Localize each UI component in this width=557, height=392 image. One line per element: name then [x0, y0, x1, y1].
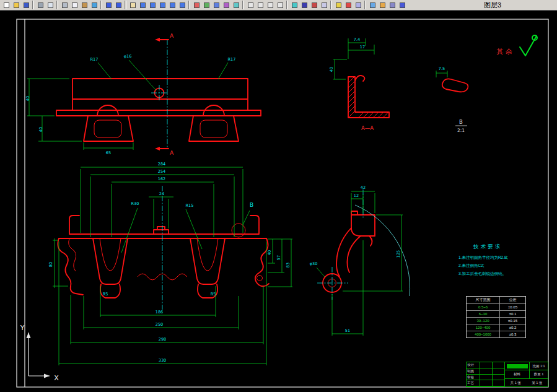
right-lug-slot: [200, 120, 227, 137]
title-block-label: 工艺: [467, 380, 480, 386]
dim-text: B: [250, 202, 253, 208]
osnap-icon[interactable]: [378, 1, 387, 9]
open-icon[interactable]: [12, 1, 21, 9]
linetype-icon[interactable]: [354, 1, 363, 9]
dim-text: 2:1: [457, 128, 465, 133]
move-icon[interactable]: [202, 1, 211, 9]
polyline-icon[interactable]: [256, 1, 265, 9]
sheet-total: 共 1 张: [511, 381, 521, 385]
part-name-cell: [505, 362, 530, 370]
section-dim-lines: [333, 38, 374, 79]
print-icon[interactable]: [36, 1, 45, 9]
dim-text: 254: [158, 169, 165, 174]
toolbar-icons: [1, 1, 407, 9]
help-icon[interactable]: [398, 1, 407, 9]
tolerance-row: 6~30±0.1: [467, 310, 525, 317]
dim-text: R17: [228, 57, 236, 62]
sheet-number: 第 1 张: [532, 381, 542, 385]
toolbar: 图层3: [0, 0, 557, 11]
circle-icon[interactable]: [266, 1, 275, 9]
toolbar-separator: [364, 1, 366, 9]
undo-icon[interactable]: [104, 1, 113, 9]
properties-icon[interactable]: [368, 1, 377, 9]
quantity-cell: 数量 1: [530, 370, 548, 378]
format-painter-icon[interactable]: [90, 1, 99, 9]
dim-text: 17: [360, 45, 365, 50]
pan-icon[interactable]: [128, 1, 138, 9]
title-block-label: 制图: [467, 368, 480, 375]
dim-text: 12: [354, 193, 359, 198]
tolerance-table-body: 0.5~6±0.056~30±0.130~120±0.15120~400±0.2…: [467, 303, 525, 338]
tolerance-value: ±0.2: [500, 324, 525, 331]
tech-notes: 技术要求 1.未注明圆角半径均为R2.B; 2.未注倒角C2; 3.加工后去毛刺…: [458, 243, 553, 277]
detail-b-dim-lines: [317, 191, 403, 336]
copy-icon[interactable]: [70, 1, 79, 9]
mirror-icon[interactable]: [222, 1, 231, 9]
dim-text: A—A: [361, 125, 374, 131]
zoom-realtime-icon[interactable]: [138, 1, 147, 9]
hatch-icon[interactable]: [310, 1, 319, 9]
tolerance-value: ±0.3: [500, 331, 525, 338]
grid-icon[interactable]: [388, 1, 397, 9]
dimension-texts: 4040R17φ16R1765AA7.41740A—A7.5B2:1其 余284…: [20, 33, 512, 382]
table-icon[interactable]: [320, 1, 329, 9]
tolerance-row: 0.5~6±0.05: [467, 303, 525, 310]
new-icon[interactable]: [2, 1, 11, 9]
tolerance-header-value: 公差: [500, 297, 525, 303]
cut-icon[interactable]: [60, 1, 69, 9]
y-axis-arrow: [27, 333, 31, 338]
zoom-previous-icon[interactable]: [158, 1, 167, 9]
scale-value: 1:1: [540, 364, 545, 368]
part-name-bar: [507, 364, 528, 368]
erase-icon[interactable]: [192, 1, 201, 9]
view-top: [27, 38, 261, 150]
tolerance-row: 120~400±0.2: [467, 324, 525, 331]
layer-color-icon[interactable]: [344, 1, 353, 9]
material-cell: 材料: [505, 370, 530, 378]
offset-icon[interactable]: [232, 1, 241, 9]
save-icon[interactable]: [22, 1, 31, 9]
title-block-label: 设计: [467, 362, 480, 368]
tolerance-row: 400~1000±0.3: [467, 331, 525, 338]
dim-text: φ30: [310, 261, 318, 266]
section-line-a: [155, 38, 169, 150]
line-icon[interactable]: [246, 1, 255, 9]
front-left-tooth: [93, 238, 128, 298]
title-block-label: 审核: [467, 375, 480, 381]
layers-icon[interactable]: [334, 1, 343, 9]
title-block-signatures: 设计 制图 审核 工艺: [467, 362, 505, 386]
dim-text: 24: [159, 191, 164, 196]
toolbar-separator: [125, 1, 126, 9]
tech-note-item: 3.加工后去毛刺锐边倒钝。: [458, 269, 553, 277]
dim-text: 57: [276, 255, 281, 260]
view-front: [53, 167, 292, 365]
dim-text: 80: [48, 262, 53, 267]
toolbar-separator: [286, 1, 288, 9]
dim-text: R5: [103, 292, 108, 297]
left-lug-slot: [94, 120, 121, 137]
zoom-window-icon[interactable]: [148, 1, 157, 9]
x-axis-arrow: [44, 374, 50, 378]
dim-text: 7.5: [439, 66, 445, 71]
redo-icon[interactable]: [114, 1, 123, 9]
arc-icon[interactable]: [276, 1, 285, 9]
toolbar-separator: [188, 1, 190, 9]
dim-text: 83: [286, 263, 291, 268]
layer-selector[interactable]: 图层3: [484, 1, 501, 10]
toolbar-separator: [56, 1, 58, 9]
dim-text: Y: [20, 324, 25, 332]
tolerance-value: ±0.05: [500, 304, 525, 310]
tolerance-header-range: 尺寸范围: [467, 297, 500, 303]
paste-icon[interactable]: [80, 1, 89, 9]
dim-text: 51: [345, 328, 350, 333]
dimension-icon[interactable]: [290, 1, 299, 9]
text-icon[interactable]: [300, 1, 309, 9]
rotate-icon[interactable]: [212, 1, 221, 9]
zoom-in-icon[interactable]: [168, 1, 177, 9]
front-dim-lines: [53, 167, 292, 365]
print-preview-icon[interactable]: [46, 1, 55, 9]
toolbar-separator: [330, 1, 332, 9]
zoom-out-icon[interactable]: [178, 1, 187, 9]
quantity-value: 1: [542, 372, 543, 376]
front-plate: [59, 216, 266, 238]
